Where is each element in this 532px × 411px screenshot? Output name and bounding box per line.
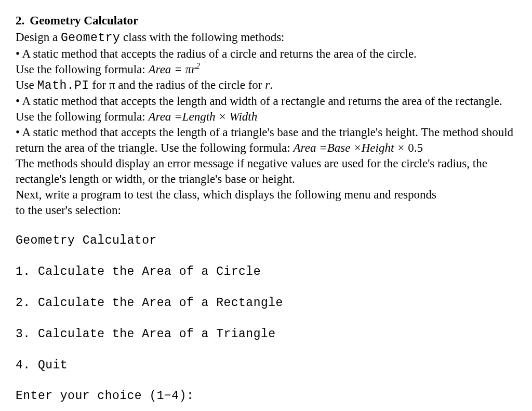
tri-height: Height <box>362 141 394 154</box>
bullet-circle-text: • A static method that accepts the radiu… <box>16 47 417 60</box>
problem-title: Geometry Calculator <box>30 14 138 27</box>
bullet-triangle: • A static method that accepts the lengt… <box>16 125 516 156</box>
use-prefix: Use <box>16 78 37 91</box>
error-message-para: The methods should display an error mess… <box>16 156 516 187</box>
rect-eq: = <box>171 110 182 123</box>
use-end: . <box>270 78 273 91</box>
tri-area: Area <box>294 141 316 154</box>
rect-times: × <box>216 110 230 123</box>
equals-pi: = π <box>171 63 191 76</box>
formula-circle: Use the following formula: Area = πr2 <box>16 62 516 77</box>
tri-half: 0.5 <box>408 141 423 154</box>
superscript-2: 2 <box>196 61 200 70</box>
menu-prompt: Enter your choice (1−4): <box>16 389 516 404</box>
r-var-2: r <box>265 78 270 91</box>
menu-title: Geometry Calculator <box>16 233 516 249</box>
use-mid: for π and the radius of the circle for <box>89 78 265 91</box>
r-var: r <box>191 63 196 76</box>
use-mathpi: Use Math.PI for π and the radius of the … <box>16 77 516 94</box>
intro-line: Design a Geometry class with the followi… <box>16 30 516 46</box>
tri-times: × <box>350 141 361 154</box>
problem-number: 2. <box>16 13 24 29</box>
rect-width: Width <box>230 110 258 123</box>
tri-prefix: • A static method that accepts the lengt… <box>16 126 513 154</box>
geometry-code: Geometry <box>61 31 120 45</box>
intro-suffix: class with the following methods: <box>120 31 284 44</box>
problem-heading: 2.Geometry Calculator <box>16 13 516 29</box>
bullet-circle: • A static method that accepts the radiu… <box>16 46 516 62</box>
tri-eq: = <box>316 141 327 154</box>
rect-prefix: • A static method that accepts the lengt… <box>16 95 502 123</box>
tri-times2: × <box>394 141 408 154</box>
next-para-2: to the user's selection: <box>16 203 516 218</box>
menu-block: Geometry Calculator 1. Calculate the Are… <box>16 218 516 411</box>
rect-length: Length <box>182 110 216 123</box>
bullet-rectangle: • A static method that accepts the lengt… <box>16 94 516 125</box>
menu-item-2: 2. Calculate the Area of a Rectangle <box>16 296 516 311</box>
area-word: Area <box>149 63 171 76</box>
tri-base: Base <box>327 141 351 154</box>
rect-area: Area <box>149 110 171 123</box>
menu-item-4: 4. Quit <box>16 358 516 374</box>
menu-item-3: 3. Calculate the Area of a Triangle <box>16 327 516 342</box>
menu-item-1: 1. Calculate the Area of a Circle <box>16 264 516 280</box>
intro-prefix: Design a <box>16 31 61 44</box>
mathpi-code: Math.PI <box>37 79 89 92</box>
formula-prefix: Use the following formula: <box>16 63 149 76</box>
next-para: Next, write a program to test the class,… <box>16 187 516 203</box>
